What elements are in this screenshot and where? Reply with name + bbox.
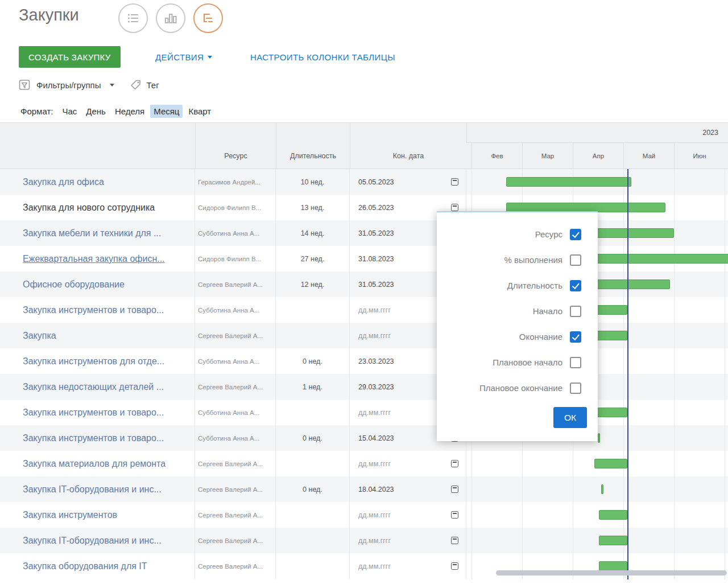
task-name-link[interactable]: Закупка мебели и техники для ... xyxy=(23,228,161,239)
checkbox-checked[interactable] xyxy=(570,331,581,343)
resource-cell: Сергеев Валерий А... xyxy=(195,272,276,297)
calendar-icon[interactable] xyxy=(451,511,458,519)
format-option[interactable]: День xyxy=(82,105,109,118)
tag-icon xyxy=(129,79,142,92)
end-date-cell[interactable]: дд.мм.гггг xyxy=(350,451,466,476)
task-name-link[interactable]: Закупка IT-оборудования и инс... xyxy=(23,536,162,546)
configure-columns-button[interactable]: НАСТРОИТЬ КОЛОНКИ ТАБЛИЦЫ xyxy=(250,46,395,68)
checkbox-unchecked[interactable] xyxy=(570,254,581,266)
task-cell: Закупка IT-оборудования и инс... xyxy=(0,528,195,553)
task-name-link[interactable]: Ежеквартальная закупка офисн... xyxy=(23,254,165,264)
checkbox-unchecked[interactable] xyxy=(570,357,581,368)
calendar-icon[interactable] xyxy=(451,562,458,570)
gantt-bar[interactable] xyxy=(595,408,627,417)
duration-cell xyxy=(276,451,350,476)
column-toggle-item: Плановое начало xyxy=(437,349,598,375)
task-name-link[interactable]: Закупка инструментов для отде... xyxy=(23,356,164,367)
horizontal-scrollbar[interactable] xyxy=(496,570,727,575)
gantt-bar[interactable] xyxy=(599,561,627,571)
task-name-link[interactable]: Закупка инструментов и товаро... xyxy=(23,433,164,443)
checkbox-unchecked[interactable] xyxy=(570,306,581,317)
task-name-link[interactable]: Офисное оборудование xyxy=(23,279,125,290)
end-date-cell[interactable]: 05.05.2023 xyxy=(350,169,466,195)
calendar-icon[interactable] xyxy=(451,460,458,467)
view-bar-chart-button[interactable] xyxy=(156,3,185,33)
tag-button[interactable]: Тег xyxy=(129,79,159,92)
resource-cell: Сергеев Валерий А... xyxy=(195,374,276,400)
task-name: Закупка для нового сотрудника xyxy=(23,203,155,213)
gantt-bar[interactable] xyxy=(506,177,631,187)
end-date-cell[interactable]: дд.мм.гггг xyxy=(350,502,466,528)
resource-cell: Субботина Анна А... xyxy=(195,425,276,451)
calendar-icon[interactable] xyxy=(451,204,458,211)
filters-groups-button[interactable]: Фильтры/группы xyxy=(19,79,114,92)
calendar-icon[interactable] xyxy=(451,178,458,186)
popup-footer: ОК xyxy=(437,407,598,428)
view-list-button[interactable] xyxy=(118,3,148,33)
column-toggle-item: Начало xyxy=(437,298,598,324)
task-name-link[interactable]: Закупка инструментов и товаро... xyxy=(23,408,164,418)
task-name-link[interactable]: Закупка IT-оборудования и инс... xyxy=(23,484,162,495)
task-cell: Закупка оборудования для IT xyxy=(0,553,195,579)
table-row[interactable]: Закупка инструментов для отде...Субботин… xyxy=(0,348,728,374)
view-gantt-button[interactable] xyxy=(193,3,223,33)
duration-cell: 10 нед. xyxy=(276,169,350,195)
task-name-link[interactable]: Закупка xyxy=(23,331,56,341)
task-name-link[interactable]: Закупка материалов для ремонта xyxy=(23,459,166,469)
checkbox-checked[interactable] xyxy=(570,229,581,240)
task-cell: Закупка инструментов для отде... xyxy=(0,348,195,374)
list-icon xyxy=(126,11,140,25)
gantt-bar[interactable] xyxy=(601,484,603,494)
duration-cell: 12 нед. xyxy=(276,272,350,297)
duration-cell xyxy=(276,502,350,528)
calendar-icon[interactable] xyxy=(451,486,458,493)
create-purchase-button[interactable]: СОЗДАТЬ ЗАКУПКУ xyxy=(19,46,121,68)
duration-cell: 27 нед. xyxy=(276,246,350,272)
checkbox-checked[interactable] xyxy=(570,280,581,291)
gantt-bar[interactable] xyxy=(595,331,627,340)
format-option[interactable]: Кварт xyxy=(185,105,214,118)
month-header: Май xyxy=(623,143,674,169)
columns-settings-popup: Ресурс% выполненияДлительностьНачалоОкон… xyxy=(437,211,598,441)
task-name-link[interactable]: Закупка недостающих деталей ... xyxy=(23,382,164,392)
end-date-cell[interactable]: дд.мм.гггг xyxy=(350,528,466,553)
task-name-link[interactable]: Закупка оборудования для IT xyxy=(23,561,147,571)
gantt-bar[interactable] xyxy=(599,536,627,545)
duration-cell: 1 нед. xyxy=(276,374,350,400)
format-option[interactable]: Месяц xyxy=(150,105,183,118)
column-toggle-label: Длительность xyxy=(507,281,562,290)
format-switcher: Формат: ЧасДеньНеделяМесяцКварт xyxy=(20,105,214,118)
task-cell: Закупка xyxy=(0,323,195,348)
task-name-link[interactable]: Закупка инструментов и товаро... xyxy=(23,305,164,315)
column-toggle-label: Плановое окончание xyxy=(479,383,562,393)
task-name-link[interactable]: Закупка инструментов xyxy=(23,510,117,520)
table-row[interactable]: Закупка недостающих деталей ...Сергеев В… xyxy=(0,374,728,400)
gantt-bar[interactable] xyxy=(594,459,627,468)
ok-button[interactable]: ОК xyxy=(553,407,587,428)
duration-cell: 0 нед. xyxy=(276,476,350,502)
duration-cell xyxy=(276,553,350,579)
gantt-table: Ресурс Длительность Кон. дата 2023 ФевМа… xyxy=(0,122,728,579)
column-toggle-item: Плановое окончание xyxy=(437,375,598,401)
format-option[interactable]: Неделя xyxy=(111,105,148,118)
gantt-bar[interactable] xyxy=(595,305,627,315)
end-date-cell[interactable]: 18.04.2023 xyxy=(350,476,466,502)
format-option[interactable]: Час xyxy=(59,105,80,118)
gantt-bar[interactable] xyxy=(599,510,627,520)
actions-menu-button[interactable]: ДЕЙСТВИЯ xyxy=(155,46,212,68)
column-header-duration[interactable]: Длительность xyxy=(276,123,350,169)
task-cell: Закупка инструментов xyxy=(0,502,195,528)
task-cell: Закупка IT-оборудования и инс... xyxy=(0,476,195,502)
gantt-bar[interactable] xyxy=(598,433,600,443)
resource-cell: Сергеев Валерий А... xyxy=(195,502,276,528)
end-date-cell[interactable]: дд.мм.гггг xyxy=(350,553,466,579)
task-cell: Закупка для нового сотрудника xyxy=(0,195,195,220)
task-name-link[interactable]: Закупка для офиса xyxy=(23,177,104,187)
table-row[interactable]: Закупка инструментов и товаро...Субботин… xyxy=(0,425,728,451)
column-header-end-date[interactable]: Кон. дата xyxy=(350,123,466,169)
table-row[interactable]: Закупка IT-оборудования и инс...Сергеев … xyxy=(0,476,728,502)
calendar-icon[interactable] xyxy=(451,537,458,544)
checkbox-unchecked[interactable] xyxy=(570,383,581,394)
column-header-resource[interactable]: Ресурс xyxy=(195,123,276,169)
task-cell: Закупка инструментов и товаро... xyxy=(0,425,195,451)
